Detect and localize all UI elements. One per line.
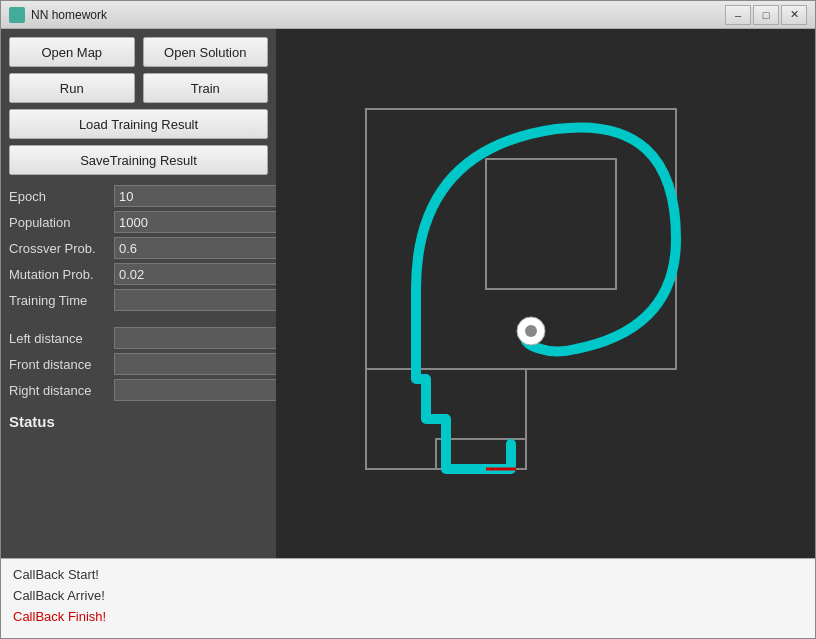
title-bar-left: NN homework [9,7,107,23]
epoch-row: Epoch [9,185,268,207]
training-time-input[interactable] [114,289,292,311]
right-distance-input[interactable] [114,379,292,401]
epoch-input[interactable] [114,185,292,207]
front-distance-input[interactable] [114,353,292,375]
save-training-button[interactable]: SaveTraining Result [9,145,268,175]
front-distance-row: Front distance [9,353,268,375]
content-area: Open Map Open Solution Run Train Load Tr… [1,29,815,558]
training-time-row: Training Time [9,289,268,311]
title-buttons: – □ ✕ [725,5,807,25]
track-svg [356,99,736,489]
right-distance-label: Right distance [9,383,114,398]
mutation-row: Mutation Prob. [9,263,268,285]
front-distance-label: Front distance [9,357,114,372]
top-button-row: Open Map Open Solution [9,37,268,67]
load-training-button[interactable]: Load Training Result [9,109,268,139]
window-title: NN homework [31,8,107,22]
population-label: Population [9,215,114,230]
right-panel [276,29,815,558]
restore-button[interactable]: □ [753,5,779,25]
training-time-label: Training Time [9,293,114,308]
svg-point-5 [525,325,537,337]
mutation-label: Mutation Prob. [9,267,114,282]
bottom-log-panel: CallBack Start! CallBack Arrive! CallBac… [1,558,815,638]
log-line-1: CallBack Start! [13,565,803,586]
title-bar: NN homework – □ ✕ [1,1,815,29]
svg-rect-1 [486,159,616,289]
separator [9,315,268,323]
form-section: Epoch Population Crossver Prob. Mutation… [9,185,268,401]
track-canvas [356,99,736,489]
epoch-label: Epoch [9,189,114,204]
close-button[interactable]: ✕ [781,5,807,25]
app-icon [9,7,25,23]
left-panel: Open Map Open Solution Run Train Load Tr… [1,29,276,558]
run-button[interactable]: Run [9,73,135,103]
crossver-row: Crossver Prob. [9,237,268,259]
crossver-label: Crossver Prob. [9,241,114,256]
mutation-input[interactable] [114,263,292,285]
population-input[interactable] [114,211,292,233]
left-distance-row: Left distance [9,327,268,349]
main-window: NN homework – □ ✕ Open Map Open Solution… [0,0,816,639]
second-button-row: Run Train [9,73,268,103]
status-label: Status [9,413,268,430]
log-line-3: CallBack Finish! [13,607,803,628]
minimize-button[interactable]: – [725,5,751,25]
population-row: Population [9,211,268,233]
open-map-button[interactable]: Open Map [9,37,135,67]
right-distance-row: Right distance [9,379,268,401]
train-button[interactable]: Train [143,73,269,103]
crossver-input[interactable] [114,237,292,259]
log-line-2: CallBack Arrive! [13,586,803,607]
open-solution-button[interactable]: Open Solution [143,37,269,67]
left-distance-input[interactable] [114,327,292,349]
left-distance-label: Left distance [9,331,114,346]
